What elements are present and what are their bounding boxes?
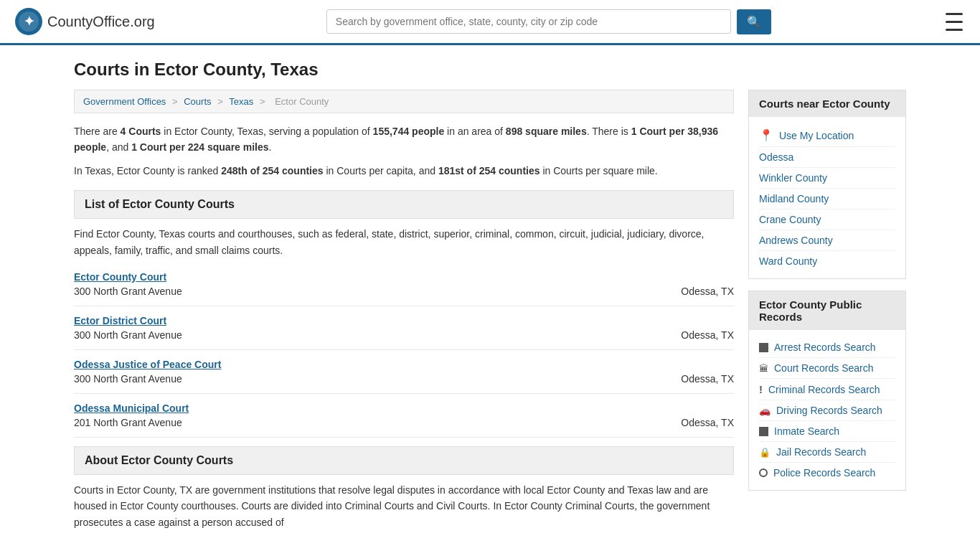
courts-list: Ector County Court 300 North Grant Avenu…	[74, 271, 734, 438]
breadcrumb-link-texas[interactable]: Texas	[229, 96, 253, 107]
right-sidebar: Courts near Ector County 📍 Use My Locati…	[748, 90, 906, 530]
records-arrest[interactable]: Arrest Records Search	[759, 337, 895, 358]
search-area: 🔍	[326, 9, 771, 34]
search-button[interactable]: 🔍	[737, 9, 771, 34]
menu-icon-line2	[946, 21, 963, 23]
public-records-box: Ector County Public Records Arrest Recor…	[748, 291, 906, 491]
records-police[interactable]: Police Records Search	[759, 463, 895, 483]
population: 155,744 people	[373, 126, 445, 137]
breadcrumb-sep2: >	[217, 96, 225, 107]
inmate-search-link[interactable]: Inmate Search	[774, 425, 839, 437]
court-details-1: 300 North Grant Avenue Odessa, TX	[74, 329, 734, 341]
content-layout: Government Offices > Courts > Texas > Ec…	[74, 90, 906, 530]
nearby-courts-content: 📍 Use My Location Odessa Winkler County …	[749, 117, 905, 278]
list-section-header: List of Ector County Courts	[74, 190, 734, 219]
page-title: Courts in Ector County, Texas	[74, 60, 906, 80]
inmate-icon	[759, 427, 768, 436]
nearby-odessa[interactable]: Odessa	[759, 147, 895, 168]
nearby-ward[interactable]: Ward County	[759, 251, 895, 271]
about-section-header: About Ector County Courts	[74, 446, 734, 475]
list-description: Find Ector County, Texas courts and cour…	[74, 226, 734, 258]
use-my-location-link[interactable]: Use My Location	[779, 130, 854, 141]
about-text: Courts in Ector County, TX are governmen…	[74, 482, 734, 530]
nearby-courts-box: Courts near Ector County 📍 Use My Locati…	[748, 90, 906, 279]
menu-icon-line3	[946, 29, 963, 31]
criminal-icon: !	[759, 383, 763, 395]
arrest-icon	[759, 343, 768, 352]
logo-text: CountyOffice.org	[47, 14, 155, 30]
breadcrumb-link-courts[interactable]: Courts	[184, 96, 211, 107]
records-court[interactable]: 🏛 Court Records Search	[759, 358, 895, 379]
court-name-2[interactable]: Odessa Justice of Peace Court	[74, 359, 734, 370]
court-address-2: 300 North Grant Avenue	[74, 373, 182, 385]
criminal-records-link[interactable]: Criminal Records Search	[768, 384, 880, 395]
court-details-0: 300 North Grant Avenue Odessa, TX	[74, 286, 734, 297]
breadcrumb-sep3: >	[260, 96, 268, 107]
court-name-0[interactable]: Ector County Court	[74, 271, 734, 283]
menu-button[interactable]	[943, 10, 966, 34]
court-icon: 🏛	[759, 363, 768, 374]
pin-icon: 📍	[759, 128, 773, 142]
ward-county-link[interactable]: Ward County	[759, 255, 817, 267]
records-driving[interactable]: 🚗 Driving Records Search	[759, 400, 895, 421]
driving-records-link[interactable]: Driving Records Search	[776, 405, 882, 416]
breadcrumb-current: Ector County	[275, 96, 329, 107]
rank2: 181st of 254 counties	[438, 165, 540, 176]
jail-icon: 🔒	[759, 447, 771, 458]
court-records-link[interactable]: Court Records Search	[774, 362, 874, 374]
left-content: Government Offices > Courts > Texas > Ec…	[74, 90, 734, 530]
logo-icon: ✦	[14, 7, 43, 36]
jail-records-link[interactable]: Jail Records Search	[776, 446, 866, 458]
court-address-1: 300 North Grant Avenue	[74, 329, 182, 341]
records-jail[interactable]: 🔒 Jail Records Search	[759, 442, 895, 463]
nearby-crane[interactable]: Crane County	[759, 209, 895, 230]
court-item-1: Ector District Court 300 North Grant Ave…	[74, 315, 734, 350]
winkler-county-link[interactable]: Winkler County	[759, 172, 827, 184]
nearby-use-location[interactable]: 📍 Use My Location	[759, 124, 895, 147]
summary-text: There are 4 Courts in Ector County, Texa…	[74, 123, 734, 156]
logo[interactable]: ✦ CountyOffice.org	[14, 7, 155, 36]
crane-county-link[interactable]: Crane County	[759, 214, 821, 225]
menu-icon-line1	[946, 13, 963, 15]
andrews-county-link[interactable]: Andrews County	[759, 235, 833, 246]
public-records-content: Arrest Records Search 🏛 Court Records Se…	[749, 330, 905, 490]
search-input[interactable]	[326, 9, 731, 34]
courts-count: 4 Courts	[121, 126, 161, 137]
police-records-link[interactable]: Police Records Search	[773, 467, 875, 479]
police-icon	[759, 468, 768, 477]
records-criminal[interactable]: ! Criminal Records Search	[759, 379, 895, 400]
court-city-3: Odessa, TX	[681, 417, 734, 428]
public-records-title: Ector County Public Records	[749, 291, 905, 330]
midland-county-link[interactable]: Midland County	[759, 193, 829, 204]
arrest-records-link[interactable]: Arrest Records Search	[774, 342, 876, 353]
driving-icon: 🚗	[759, 405, 771, 416]
nearby-courts-title: Courts near Ector County	[749, 90, 905, 117]
court-item-2: Odessa Justice of Peace Court 300 North …	[74, 359, 734, 394]
per-mile: 1 Court per 224 square miles	[131, 141, 268, 153]
nearby-andrews[interactable]: Andrews County	[759, 230, 895, 251]
breadcrumb-link-gov[interactable]: Government Offices	[83, 96, 166, 107]
main-wrapper: Courts in Ector County, Texas Government…	[60, 45, 920, 530]
court-details-3: 201 North Grant Avenue Odessa, TX	[74, 417, 734, 428]
ranking-text: In Texas, Ector County is ranked 248th o…	[74, 163, 734, 179]
court-city-2: Odessa, TX	[681, 373, 734, 385]
header: ✦ CountyOffice.org 🔍	[0, 0, 980, 45]
odessa-link[interactable]: Odessa	[759, 151, 793, 163]
court-name-1[interactable]: Ector District Court	[74, 315, 734, 326]
court-item-0: Ector County Court 300 North Grant Avenu…	[74, 271, 734, 306]
court-item-3: Odessa Municipal Court 201 North Grant A…	[74, 402, 734, 438]
court-address-0: 300 North Grant Avenue	[74, 286, 182, 297]
breadcrumb-sep1: >	[172, 96, 180, 107]
records-inmate[interactable]: Inmate Search	[759, 421, 895, 442]
nearby-midland[interactable]: Midland County	[759, 189, 895, 209]
svg-text:✦: ✦	[24, 14, 34, 29]
court-city-0: Odessa, TX	[681, 286, 734, 297]
court-details-2: 300 North Grant Avenue Odessa, TX	[74, 373, 734, 385]
nearby-winkler[interactable]: Winkler County	[759, 168, 895, 189]
area: 898 square miles	[506, 126, 587, 137]
court-city-1: Odessa, TX	[681, 329, 734, 341]
court-name-3[interactable]: Odessa Municipal Court	[74, 402, 734, 414]
about-section: About Ector County Courts Courts in Ecto…	[74, 446, 734, 530]
rank1: 248th of 254 counties	[221, 165, 323, 176]
court-address-3: 201 North Grant Avenue	[74, 417, 182, 428]
